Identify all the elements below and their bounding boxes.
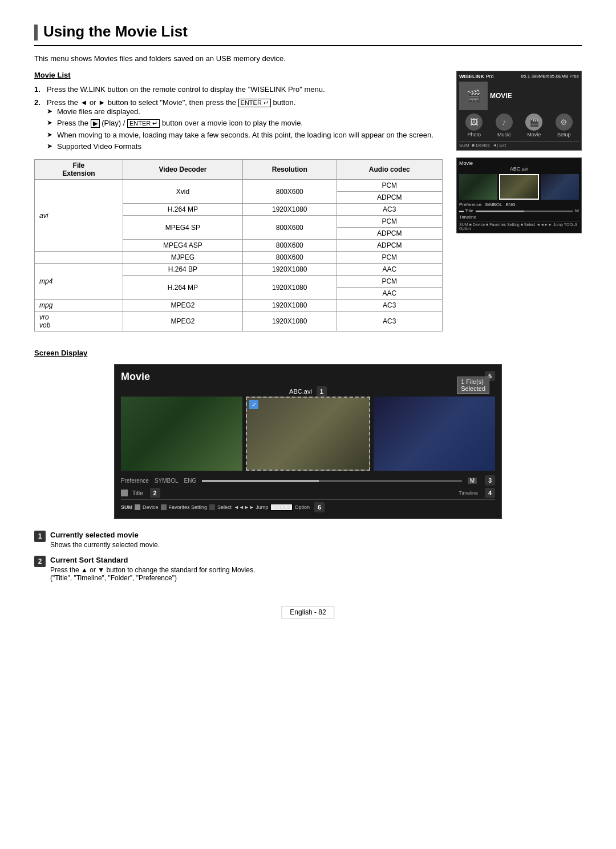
screen-display-section: Screen Display Movie 1 File(s) Selected … <box>34 349 582 582</box>
wiselink-music-icon: ♪ Music <box>496 114 513 138</box>
setup-label: Setup <box>556 132 573 138</box>
descriptions: 1 Currently selected movie Shows the cur… <box>34 531 582 582</box>
sort-pref-label: Preference <box>121 478 149 484</box>
desc-item-2: 2 Current Sort Standard Press the ▲ or ▼… <box>34 556 582 582</box>
select-block <box>209 504 215 510</box>
movie-label-big: MOVIE <box>490 92 512 100</box>
decoder-mpeg2-1: MPEG2 <box>123 300 242 312</box>
decoder-mpeg4sp: MPEG4 SP <box>123 216 242 240</box>
table-row: vrovob MPEG2 1920X1080 AC3 <box>35 312 443 331</box>
step-1: 1. Press the W.LINK button on the remote… <box>34 85 443 94</box>
desc-text-2: Press the ▲ or ▼ button to change the st… <box>50 566 582 582</box>
codec-adpcm-1: ADPCM <box>337 192 442 204</box>
title-indicator <box>121 490 128 496</box>
movie-screen-title: Movie <box>459 160 579 166</box>
sort-eng: ENG <box>505 202 515 207</box>
big-movie-screen-wrapper: Movie 1 File(s) Selected 5 ABC.avi 1 ✓ <box>34 364 582 519</box>
title-timeline-row: Title 2 Timeline 4 <box>121 488 495 498</box>
decoder-mpeg2-2: MPEG2 <box>123 312 242 331</box>
big-movie-footer: SUM Device Favorites Setting Select ◄◄►►… <box>121 499 495 512</box>
format-table: FileExtension Video Decoder Resolution A… <box>34 159 443 331</box>
arrow-4: ➤ Supported Video Formats <box>47 142 443 151</box>
arrow-sym-2: ➤ <box>47 119 55 127</box>
movie-big-icon: 🎬 <box>459 82 488 110</box>
table-row: mpg MPEG2 1920X1080 AC3 <box>35 300 443 312</box>
play-button-label: ▶ <box>91 119 100 128</box>
arrow-2: ➤ Press the ▶ (Play) / ENTER ↵ button ov… <box>47 119 443 128</box>
desc-item-1: 1 Currently selected movie Shows the cur… <box>34 531 582 549</box>
ext-mp4: mp4 <box>35 264 123 300</box>
footer-favorites: Favorites Setting <box>169 504 208 510</box>
movie-list-heading: Movie List <box>34 71 443 79</box>
footer-device: Device <box>143 504 159 510</box>
res-1920-5: 1920X1080 <box>242 312 337 331</box>
movie-circle: 🎬 <box>525 114 542 131</box>
desc-content-2: Current Sort Standard Press the ▲ or ▼ b… <box>50 556 582 582</box>
movie-info-bar: Preference S/MBOL ENG <box>459 202 579 207</box>
res-800-1: 800X600 <box>242 180 337 204</box>
wiselink-icons-row: 🖼 Photo ♪ Music 🎬 Movie ⚙ Setup <box>459 114 579 138</box>
wiselink-header: WISELINK Pro 85.1 388MB/695.0EMB Free <box>459 74 579 79</box>
codec-pcm-1: PCM <box>337 180 442 192</box>
sort-eng-label: ENG <box>184 478 197 484</box>
sort-symbol: S/MBOL <box>485 202 502 207</box>
intro-text: This menu shows Movies files and folders… <box>34 54 582 63</box>
decoder-mpeg4asp: MPEG4 ASP <box>123 240 242 252</box>
tools-label: TOOLS <box>270 504 292 511</box>
footer-select: Select <box>217 504 232 510</box>
ext-mpg: mpg <box>35 300 123 312</box>
favorites-block <box>161 504 167 510</box>
movie-filename-small: ABC.avi <box>459 166 579 172</box>
footer-page: English - 82 <box>281 606 334 618</box>
res-800-3: 800X600 <box>242 240 337 252</box>
res-800-2: 800X600 <box>242 216 337 240</box>
decoder-h264mp-1: H.264 MP <box>123 204 242 216</box>
big-thumb-3 <box>374 397 495 471</box>
desc-content-1: Currently selected movie Shows the curre… <box>50 531 582 549</box>
decoder-mjpeg: MJPEG <box>123 252 242 264</box>
decoder-xvid: Xvid <box>123 180 242 204</box>
footer-jump: ◄◄►► Jump <box>234 504 268 510</box>
sort-bar: Preference SYMBOL ENG M 3 <box>121 475 495 486</box>
arrow-sym-3: ➤ <box>47 131 55 139</box>
title-timeline-small: ▬ Title M <box>459 208 579 213</box>
enter-button-label: ENTER ↵ <box>238 99 271 107</box>
col-header-decoder: Video Decoder <box>123 160 242 180</box>
arrow-text-4: Supported Video Formats <box>57 142 141 151</box>
setup-circle: ⚙ <box>556 114 573 131</box>
selected-badge-area: 1 File(s) Selected 5 <box>483 371 495 381</box>
screen-display-heading: Screen Display <box>34 349 582 357</box>
movie-thumb-1 <box>459 174 497 200</box>
callout-6: 6 <box>314 502 325 512</box>
big-movie-title: Movie <box>121 371 495 383</box>
music-label: Music <box>496 132 513 138</box>
sort-symbol-label: SYMBOL <box>155 478 179 484</box>
timeline-small: Timeline <box>459 215 579 220</box>
codec-ac3-3: AC3 <box>337 312 442 331</box>
decoder-h264mp-2: H.264 MP <box>123 276 242 300</box>
filename-label: ABC.avi 1 <box>289 386 327 397</box>
step-2-num: 2. <box>34 98 43 153</box>
codec-adpcm-2: ADPCM <box>337 228 442 240</box>
sort-progress <box>202 480 461 482</box>
music-circle: ♪ <box>496 114 513 131</box>
wiselink-storage: 85.1 388MB/695.0EMB Free <box>521 74 579 79</box>
device-block <box>135 504 140 510</box>
res-1920-3: 1920X1080 <box>242 276 337 300</box>
selected-badge: 1 File(s) Selected <box>457 377 489 394</box>
step-1-text: Press the W.LINK button on the remote co… <box>47 85 443 94</box>
title-label-small: ▬ Title <box>459 208 473 213</box>
col-header-ext: FileExtension <box>35 160 123 180</box>
step-1-num: 1. <box>34 85 43 94</box>
codec-ac3-1: AC3 <box>337 204 442 216</box>
photo-circle: 🖼 <box>465 114 483 131</box>
big-thumb-2: ABC.avi 1 ✓ <box>246 397 370 471</box>
wiselink-title: WISELINK Pro <box>459 74 494 79</box>
codec-adpcm-3: ADPCM <box>337 240 442 252</box>
codec-aac-2: AAC <box>337 288 442 300</box>
desc-text-1: Shows the currently selected movie. <box>50 541 582 549</box>
callout-4: 4 <box>485 488 495 498</box>
big-movie-screen: Movie 1 File(s) Selected 5 ABC.avi 1 ✓ <box>114 364 502 519</box>
wiselink-movie-icon: 🎬 Movie <box>525 114 542 138</box>
thumbs-area: ABC.avi 1 ✓ <box>121 397 495 471</box>
